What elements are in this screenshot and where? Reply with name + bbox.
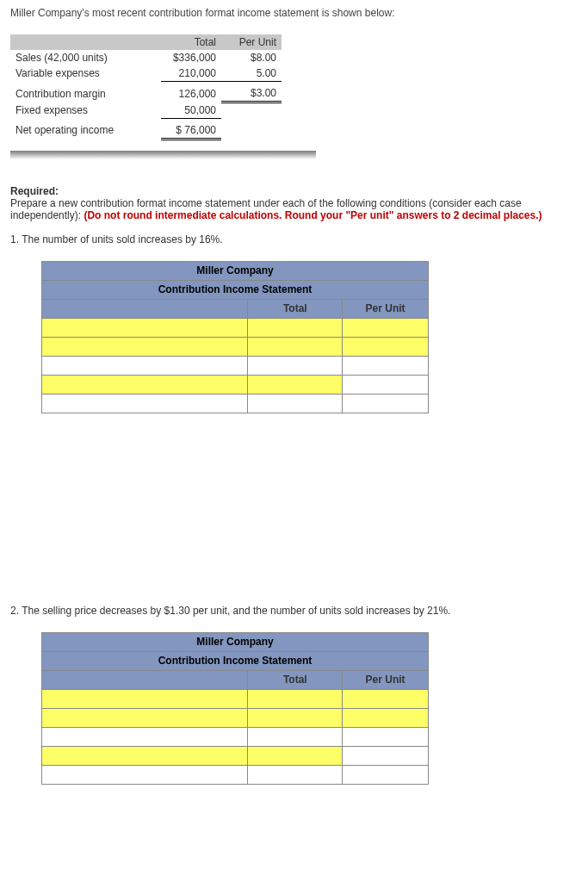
ans1-r5-total	[248, 394, 343, 413]
intro-text: Miller Company's most recent contributio…	[10, 7, 578, 19]
ans1-r1-pu[interactable]	[343, 318, 429, 337]
stmt-sales-total: $336,000	[161, 50, 221, 65]
divider-gradient	[10, 151, 316, 159]
required-red: (Do not round intermediate calculations.…	[84, 209, 542, 221]
stmt-hdr-total: Total	[161, 34, 221, 50]
ans1-r4-total[interactable]	[248, 375, 343, 394]
ans2-r3-pu	[343, 727, 429, 746]
ans1-r3-total	[248, 356, 343, 375]
stmt-varexp-pu: 5.00	[221, 65, 282, 82]
ans1-r4-pu	[343, 375, 429, 394]
stmt-varexp-label: Variable expenses	[10, 65, 161, 82]
ans1-r3-pu	[343, 356, 429, 375]
ans2-r3-desc	[42, 727, 248, 746]
ans2-r1-total[interactable]	[248, 689, 343, 708]
stmt-varexp-total: 210,000	[161, 65, 221, 82]
answer-table-2: Miller Company Contribution Income State…	[41, 632, 429, 785]
question-1-text: 1. The number of units sold increases by…	[10, 233, 578, 245]
ans2-r4-total[interactable]	[248, 746, 343, 765]
ans2-r3-total	[248, 727, 343, 746]
stmt-hdr-perunit: Per Unit	[221, 34, 282, 50]
stmt-sales-pu: $8.00	[221, 50, 282, 65]
stmt-noi-label: Net operating income	[10, 122, 161, 140]
question-2-text: 2. The selling price decreases by $1.30 …	[10, 605, 578, 617]
ans2-r4-pu	[343, 746, 429, 765]
ans2-total-hdr: Total	[248, 670, 343, 689]
stmt-sales-label: Sales (42,000 units)	[10, 50, 161, 65]
ans1-r3-desc	[42, 356, 248, 375]
ans1-r2-desc[interactable]	[42, 337, 248, 356]
ans1-total-hdr: Total	[248, 299, 343, 318]
ans1-r2-pu[interactable]	[343, 337, 429, 356]
ans2-r5-total	[248, 765, 343, 784]
stmt-noi-total: $ 76,000	[161, 122, 221, 140]
ans2-r5-desc	[42, 765, 248, 784]
ans2-r2-pu[interactable]	[343, 708, 429, 727]
ans2-pu-hdr: Per Unit	[343, 670, 429, 689]
stmt-cm-total: 126,000	[161, 85, 221, 102]
stmt-fixed-total: 50,000	[161, 102, 221, 119]
required-label: Required:	[10, 185, 59, 197]
ans1-r4-desc[interactable]	[42, 375, 248, 394]
ans2-company: Miller Company	[42, 632, 429, 651]
ans1-title: Contribution Income Statement	[42, 280, 429, 299]
stmt-cm-pu: $3.00	[221, 85, 282, 102]
ans2-title: Contribution Income Statement	[42, 651, 429, 670]
ans1-r5-desc	[42, 394, 248, 413]
ans1-r5-pu	[343, 394, 429, 413]
ans2-r2-desc[interactable]	[42, 708, 248, 727]
ans1-r1-desc[interactable]	[42, 318, 248, 337]
stmt-cm-label: Contribution margin	[10, 85, 161, 102]
ans2-r4-desc[interactable]	[42, 746, 248, 765]
answer-table-1: Miller Company Contribution Income State…	[41, 261, 429, 413]
ans1-r1-total[interactable]	[248, 318, 343, 337]
ans2-r1-pu[interactable]	[343, 689, 429, 708]
stmt-fixed-label: Fixed expenses	[10, 102, 161, 119]
ans1-company: Miller Company	[42, 261, 429, 280]
required-block: Required: Prepare a new contribution for…	[10, 185, 578, 221]
ans1-r2-total[interactable]	[248, 337, 343, 356]
ans2-r2-total[interactable]	[248, 708, 343, 727]
ans2-r1-desc[interactable]	[42, 689, 248, 708]
ans2-r5-pu	[343, 765, 429, 784]
given-income-statement: Total Per Unit Sales (42,000 units) $336…	[10, 34, 282, 144]
ans1-pu-hdr: Per Unit	[343, 299, 429, 318]
